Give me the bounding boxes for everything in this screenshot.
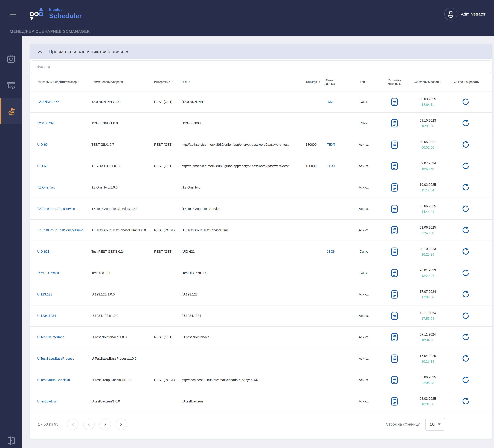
service-type: Асинх. <box>347 228 384 233</box>
column-header-id[interactable]: Уникальный идентификатор↑ <box>37 80 91 84</box>
column-header-synchronize: Синхронизировать <box>451 80 485 84</box>
prev-page-button[interactable] <box>83 419 95 430</box>
synchronize-button[interactable] <box>462 376 469 384</box>
column-header-timeout[interactable]: Таймаут↑ <box>295 80 319 84</box>
first-page-icon <box>71 422 75 426</box>
synchronize-button[interactable] <box>462 184 469 191</box>
first-page-button[interactable] <box>67 419 78 430</box>
service-id-link[interactable]: TZ.TestGroup.TestServicePrime <box>37 228 84 232</box>
service-url: /U.testload.run <box>182 399 295 404</box>
synchronize-button[interactable] <box>462 398 469 405</box>
service-id-link[interactable]: U.1234.1234 <box>37 314 56 318</box>
collapse-chevron-icon[interactable] <box>38 51 42 53</box>
document-list-icon <box>391 269 398 277</box>
sidebar-item-archive-view[interactable] <box>0 72 22 98</box>
refresh-icon <box>462 98 469 106</box>
service-synced: 19.02.2025 15:12:04 <box>409 182 451 193</box>
service-url: http://localhost:8280/universalScenario/… <box>182 377 295 382</box>
sidebar-exit[interactable] <box>0 436 22 445</box>
source-systems-button[interactable] <box>391 354 398 363</box>
source-systems-button[interactable] <box>391 162 398 170</box>
column-header-url[interactable]: URL↑ <box>182 80 295 84</box>
next-page-button[interactable] <box>99 419 111 430</box>
service-type: Асинх. <box>347 313 384 318</box>
table-body: 12.0.NNN.PPP 12.0.NNN.PPP/1.0.0 REST (GE… <box>30 91 492 412</box>
column-header-synced[interactable]: Синхронизирован↑ <box>409 80 451 84</box>
source-systems-button[interactable] <box>391 141 398 149</box>
source-systems-button[interactable] <box>391 248 398 256</box>
source-systems-button[interactable] <box>391 290 398 299</box>
source-systems-button[interactable] <box>391 183 398 192</box>
service-type: Асинх. <box>347 377 384 382</box>
synchronize-button[interactable] <box>462 162 469 170</box>
table-row: U.1234.1234 U.1234.1234/1.0.0 /U.1234.12… <box>30 305 492 327</box>
box-eye-icon <box>7 81 15 89</box>
column-header-interface[interactable]: Интерфейс↑ <box>154 80 182 84</box>
service-id-link[interactable]: U.TestBase.BaseProcess <box>37 357 74 360</box>
data-object-link[interactable]: JSON <box>327 250 335 253</box>
panel-header[interactable]: Просмотр справочника «Сервисы» <box>30 44 492 59</box>
service-id-link[interactable]: UID-69 <box>37 143 48 146</box>
source-systems-button[interactable] <box>391 226 398 235</box>
service-id-link[interactable]: UID-69 <box>37 164 48 168</box>
last-page-icon <box>119 422 124 426</box>
service-id-link[interactable]: U.123.123 <box>37 293 52 296</box>
source-systems-button[interactable] <box>391 119 398 128</box>
source-systems-button[interactable] <box>391 205 398 213</box>
synchronize-button[interactable] <box>462 291 469 298</box>
synchronize-button[interactable] <box>462 119 469 127</box>
synchronize-button[interactable] <box>462 248 469 255</box>
rows-per-page-select[interactable]: 50 <box>425 418 445 431</box>
column-header-data-object[interactable]: Обьект данных↑ <box>319 79 347 86</box>
service-timeout: 180000 <box>295 164 319 168</box>
column-header-type[interactable]: Тип↑ <box>347 80 384 84</box>
refresh-icon <box>462 141 469 148</box>
data-object-link[interactable]: XML <box>328 100 334 104</box>
column-header-name[interactable]: Наименование/версия↑ <box>91 80 154 84</box>
table-row: U.123.123 U.123.123/1.0.0 /U.123.123 Аси… <box>30 284 492 305</box>
service-id-link[interactable]: 1234567890 <box>37 121 55 125</box>
sort-arrow-icon: ↑ <box>338 80 340 84</box>
brand-product: Scheduler <box>49 12 82 20</box>
source-systems-button[interactable] <box>391 312 398 320</box>
synchronize-button[interactable] <box>462 226 469 234</box>
synchronize-button[interactable] <box>462 355 469 362</box>
filter-input[interactable] <box>31 61 491 73</box>
source-systems-button[interactable] <box>391 269 398 277</box>
sidebar-item-schedule[interactable] <box>0 46 22 72</box>
user-menu[interactable]: Administrator <box>444 8 486 21</box>
source-systems-button[interactable] <box>391 397 398 406</box>
document-list-icon <box>391 119 398 128</box>
chevron-down-icon <box>438 424 441 425</box>
prev-page-icon <box>87 422 91 426</box>
service-id-link[interactable]: U.testload.run <box>37 400 58 403</box>
synchronize-button[interactable] <box>462 269 469 277</box>
menu-hamburger-icon[interactable] <box>10 13 16 16</box>
service-type: Синх. <box>347 99 384 104</box>
data-object-link[interactable]: TEXT <box>327 143 335 146</box>
service-interface: REST (GET) <box>154 99 182 104</box>
service-interface: REST (POST) <box>154 377 182 382</box>
service-id-link[interactable]: UID-621 <box>37 250 49 253</box>
service-id-link[interactable]: TestUIDTestUID <box>37 271 61 275</box>
source-systems-button[interactable] <box>391 98 398 106</box>
last-page-button[interactable] <box>116 419 127 430</box>
service-id-link[interactable]: U.TestGroup.CheckUrl <box>37 378 70 382</box>
synchronize-button[interactable] <box>462 98 469 106</box>
synchronize-button[interactable] <box>462 141 469 148</box>
synchronize-button[interactable] <box>462 312 469 320</box>
service-id-link[interactable]: U.Test.NoInterface <box>37 335 64 339</box>
sidebar-item-services[interactable] <box>0 98 22 124</box>
exit-door-icon <box>7 436 15 445</box>
service-url: http://authservice-mock:8080/grifon/app/… <box>182 142 295 147</box>
data-object-link[interactable]: TEXT <box>327 164 335 168</box>
synchronize-button[interactable] <box>462 205 469 213</box>
service-id-link[interactable]: 12.0.NNN.PPP <box>37 100 59 104</box>
service-timeout: 180000 <box>295 142 319 147</box>
source-systems-button[interactable] <box>391 376 398 384</box>
synchronize-button[interactable] <box>462 333 469 341</box>
source-systems-button[interactable] <box>391 333 398 342</box>
service-id-link[interactable]: TZ.One.Two <box>37 186 55 189</box>
service-id-link[interactable]: TZ.TestGroup.TestService <box>37 207 75 211</box>
service-type: Асинх. <box>347 185 384 190</box>
